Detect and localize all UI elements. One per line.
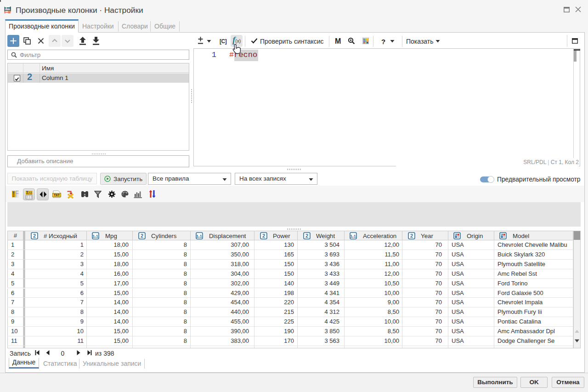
svg-text:2: 2 — [33, 233, 36, 239]
svg-text:1.1: 1.1 — [196, 234, 202, 239]
svg-text:1.1: 1.1 — [350, 234, 356, 239]
svg-text:2: 2 — [262, 233, 265, 239]
svg-text:2: 2 — [410, 233, 413, 239]
svg-text:2: 2 — [141, 233, 143, 239]
svg-text:1.1: 1.1 — [92, 234, 98, 239]
svg-text:TXT: TXT — [54, 193, 59, 197]
svg-text:2: 2 — [305, 233, 308, 239]
